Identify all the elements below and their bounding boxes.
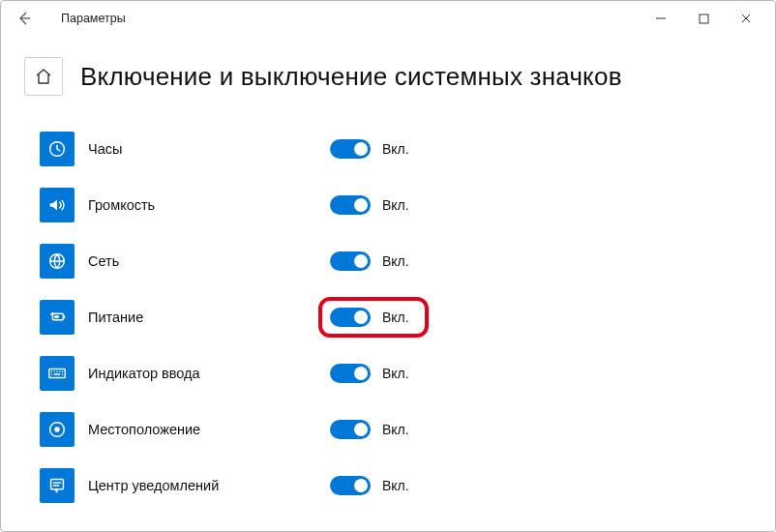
toggle-state-label: Вкл. (382, 197, 409, 213)
setting-row-action: Центр уведомленийВкл. (40, 458, 775, 514)
toggle-action[interactable] (330, 476, 371, 495)
globe-icon (40, 244, 75, 279)
settings-list: ЧасыВкл.ГромкостьВкл.СетьВкл.ПитаниеВкл.… (1, 103, 775, 514)
maximize-icon (699, 14, 709, 24)
toggle-state-label: Вкл. (382, 366, 409, 381)
setting-label: Индикатор ввода (88, 366, 311, 381)
toggle-wrap: Вкл. (330, 364, 409, 383)
page-title: Включение и выключение системных значков (80, 62, 622, 92)
toggle-wrap: Вкл. (330, 251, 409, 271)
svg-rect-5 (54, 315, 59, 318)
toggle-clock[interactable] (330, 139, 371, 159)
toggle-power[interactable] (330, 308, 371, 327)
toggle-state-label: Вкл. (382, 253, 409, 269)
maximize-button[interactable] (682, 5, 725, 32)
page-header: Включение и выключение системных значков (1, 36, 775, 103)
toggle-wrap: Вкл. (330, 139, 409, 159)
toggle-location[interactable] (330, 420, 371, 439)
toggle-state-label: Вкл. (382, 422, 409, 437)
minimize-button[interactable] (640, 5, 682, 32)
setting-row-volume: ГромкостьВкл. (40, 177, 775, 233)
toggle-network[interactable] (330, 251, 371, 271)
setting-row-power: ПитаниеВкл. (40, 289, 775, 345)
svg-rect-0 (700, 15, 708, 23)
toggle-input[interactable] (330, 364, 371, 383)
minimize-icon (655, 13, 667, 24)
toggle-wrap: Вкл. (330, 195, 409, 215)
toggle-wrap: Вкл. (330, 420, 409, 439)
home-button[interactable] (24, 57, 63, 96)
setting-row-location: МестоположениеВкл. (40, 401, 775, 458)
action-icon (40, 468, 75, 503)
window-title: Параметры (61, 12, 126, 25)
settings-window: Параметры Включение и выключение системн… (0, 0, 776, 532)
toggle-wrap: Вкл. (330, 476, 409, 495)
setting-label: Сеть (88, 253, 311, 269)
location-icon (40, 412, 75, 447)
toggle-state-label: Вкл. (382, 478, 409, 493)
home-icon (34, 67, 53, 86)
close-icon (740, 13, 752, 24)
power-icon (40, 300, 75, 335)
setting-label: Громкость (88, 197, 311, 213)
svg-point-8 (54, 427, 60, 432)
keyboard-icon (40, 356, 75, 391)
toggle-wrap: Вкл. (330, 308, 409, 327)
toggle-state-label: Вкл. (382, 310, 409, 325)
toggle-volume[interactable] (330, 195, 371, 215)
setting-label: Часы (88, 141, 311, 157)
volume-icon (40, 188, 75, 222)
setting-row-clock: ЧасыВкл. (40, 121, 775, 177)
svg-rect-9 (51, 480, 64, 489)
back-button[interactable] (11, 5, 38, 32)
svg-rect-4 (63, 315, 65, 318)
close-button[interactable] (725, 5, 767, 32)
back-arrow-icon (16, 11, 32, 26)
clock-icon (40, 132, 75, 166)
window-chrome (640, 5, 775, 32)
setting-label: Местоположение (88, 422, 311, 437)
svg-rect-6 (49, 369, 66, 377)
setting-row-network: СетьВкл. (40, 233, 775, 289)
setting-label: Центр уведомлений (88, 478, 311, 493)
titlebar: Параметры (1, 1, 775, 36)
toggle-state-label: Вкл. (382, 141, 409, 157)
setting-label: Питание (88, 310, 311, 325)
setting-row-input: Индикатор вводаВкл. (40, 345, 775, 401)
